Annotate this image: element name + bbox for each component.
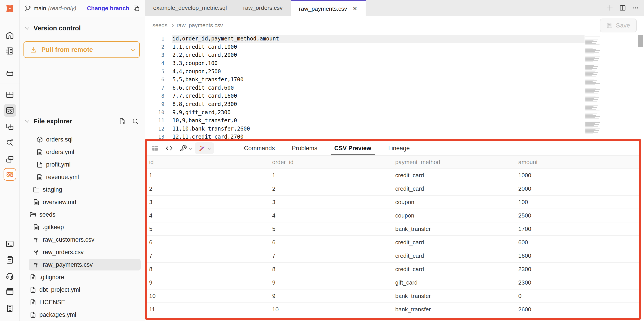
- minimap-line: [586, 121, 593, 121]
- table-cell: 9: [270, 279, 393, 286]
- code-line: 1211,10,bank_transfer,2600: [145, 125, 644, 133]
- line-text: id,order_id,payment_method,amount: [172, 35, 584, 43]
- rail-org-icon[interactable]: [4, 302, 16, 314]
- file-name: packages.yml: [39, 312, 76, 318]
- rail-audit-icon[interactable]: [4, 136, 16, 149]
- magic-wand-icon: [198, 145, 206, 152]
- line-text: 8,8,credit_card,2300: [172, 100, 584, 108]
- table-row: 1110bank_transfer2600: [147, 303, 639, 316]
- table-cell: 9: [147, 279, 270, 286]
- rail-layout-icon[interactable]: [4, 88, 16, 101]
- split-editor-icon[interactable]: [619, 4, 626, 12]
- pull-options-caret[interactable]: [126, 42, 139, 58]
- new-file-icon[interactable]: [119, 118, 126, 125]
- file-name: overview.md: [43, 199, 76, 206]
- panel-tabs: CommandsProblemsCSV PreviewLineage: [236, 141, 418, 155]
- minimap-line: [586, 117, 595, 118]
- minimap-line: [586, 93, 598, 94]
- file-row-raw-orders-csv[interactable]: raw_orders.csv: [20, 246, 145, 258]
- rail-home-icon[interactable]: [4, 29, 16, 42]
- close-tab-icon[interactable]: ✕: [352, 6, 358, 12]
- rail-windows-icon[interactable]: [4, 153, 16, 166]
- file-row-overview-md[interactable]: overview.md: [20, 196, 145, 208]
- minimap-line: [586, 69, 592, 69]
- code-editor[interactable]: 1id,order_id,payment_method,amount21,1,c…: [145, 35, 644, 141]
- table-row: 77credit_card1600: [147, 249, 639, 263]
- table-cell: coupon: [393, 199, 516, 206]
- minimap-line: [586, 67, 593, 68]
- rail-code-editor-icon[interactable]: [4, 104, 16, 117]
- file-row--gitkeep[interactable]: .gitkeep: [20, 221, 145, 233]
- copilot-wand-dropdown[interactable]: [195, 142, 214, 154]
- save-button[interactable]: Save: [600, 18, 636, 32]
- version-control-header[interactable]: Version control: [20, 17, 145, 39]
- panel-tab-lineage[interactable]: Lineage: [380, 141, 418, 155]
- minimap-line: [586, 128, 600, 129]
- table-cell: credit_card: [393, 252, 516, 259]
- table-view-icon[interactable]: [152, 145, 159, 152]
- table-cell: 3: [147, 199, 270, 206]
- rail-frame-icon[interactable]: [4, 120, 16, 133]
- file-name: dbt_project.yml: [39, 286, 80, 293]
- line-number: 1: [145, 35, 164, 43]
- file-row-staging[interactable]: staging: [20, 183, 145, 196]
- table-cell: credit_card: [393, 172, 516, 179]
- minimap-line: [586, 111, 595, 111]
- rail-browser-icon[interactable]: [4, 286, 16, 298]
- rail-copilot-icon[interactable]: [4, 168, 16, 180]
- minimap-line: [586, 43, 596, 44]
- file-name: orders.sql: [46, 136, 73, 143]
- rail-inbox-icon[interactable]: [4, 66, 16, 79]
- more-options-icon[interactable]: [632, 4, 639, 12]
- version-control-title: Version control: [34, 24, 81, 32]
- file-row-dbt-project-yml[interactable]: dbt_project.yml: [20, 284, 145, 296]
- table-cell: 4: [147, 212, 270, 219]
- minimap-line: [586, 55, 593, 55]
- minimap-line: [586, 122, 600, 123]
- minimap-line: [586, 76, 596, 76]
- file-row-revenue-yml[interactable]: revenue.yml: [20, 171, 145, 183]
- copy-icon[interactable]: [133, 5, 140, 12]
- rail-terminal-icon[interactable]: [4, 238, 16, 250]
- editor-tab[interactable]: example_develop_metric.sql: [145, 0, 235, 16]
- rail-headset-icon[interactable]: [4, 270, 16, 282]
- code-view-icon[interactable]: [166, 145, 173, 152]
- file-row-license[interactable]: LICENSE: [20, 296, 145, 308]
- line-text: 5,5,bank_transfer,1700: [172, 76, 584, 84]
- minimap[interactable]: [586, 36, 602, 136]
- rail-clipboard-icon[interactable]: [4, 254, 16, 266]
- editor-tab[interactable]: raw_orders.csv: [235, 0, 291, 16]
- file-row-orders-sql[interactable]: orders.sql: [20, 133, 145, 146]
- editor-tab[interactable]: raw_payments.csv✕: [291, 0, 366, 16]
- pull-from-remote-button[interactable]: Pull from remote: [24, 41, 140, 58]
- minimap-line: [586, 118, 598, 118]
- minimap-line: [586, 72, 594, 72]
- table-cell: 2: [147, 185, 270, 192]
- table-cell: 4: [270, 212, 393, 219]
- minimap-line: [586, 109, 596, 110]
- save-button-label: Save: [616, 22, 630, 29]
- file-row-profit-yml[interactable]: profit.yml: [20, 158, 145, 171]
- file-row-seeds[interactable]: seeds: [20, 208, 145, 221]
- rail-notebook-icon[interactable]: [4, 45, 16, 57]
- file-explorer-title: File explorer: [34, 118, 72, 125]
- editor-scrollbar-thumb[interactable]: [638, 35, 643, 48]
- minimap-line: [586, 83, 600, 84]
- panel-tab-commands[interactable]: Commands: [236, 141, 283, 155]
- file-row-orders-yml[interactable]: orders.yml: [20, 146, 145, 158]
- minimap-line: [586, 108, 592, 109]
- code-line: 76,6,credit_card,600: [145, 84, 644, 92]
- file-explorer-header[interactable]: File explorer: [20, 114, 145, 128]
- file-row-raw-customers-csv[interactable]: raw_customers.csv: [20, 233, 145, 246]
- dbt-logo-icon[interactable]: [0, 0, 20, 17]
- file-row-raw-payments-csv[interactable]: raw_payments.csv: [20, 258, 145, 271]
- panel-tab-problems[interactable]: Problems: [283, 141, 326, 155]
- build-tools-dropdown[interactable]: [180, 145, 192, 152]
- new-tab-icon[interactable]: [606, 4, 614, 12]
- file-row--gitignore[interactable]: .gitignore: [20, 271, 145, 284]
- panel-tab-csv-preview[interactable]: CSV Preview: [326, 141, 380, 155]
- search-icon[interactable]: [132, 118, 139, 125]
- table-row: 55bank_transfer1700: [147, 222, 639, 236]
- file-row-packages-yml[interactable]: packages.yml: [20, 308, 145, 321]
- change-branch-link[interactable]: Change branch: [87, 5, 129, 12]
